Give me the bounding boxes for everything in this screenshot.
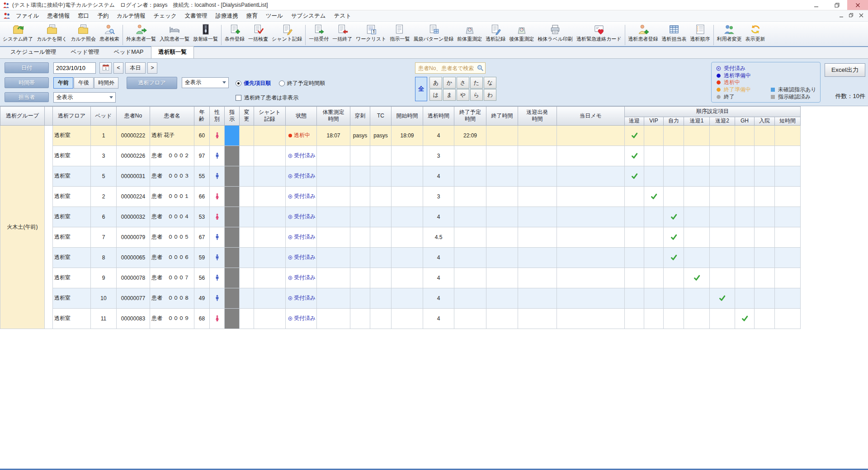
toolbar-button-open-chart[interactable]: カルテを開く	[35, 23, 69, 43]
table-row[interactable]: 透析室700000079患者 ０００５67受付済み4.5	[0, 227, 801, 247]
prev-day-button[interactable]: <	[113, 62, 123, 74]
menu-item-8[interactable]: 療育	[242, 11, 262, 21]
label-print-icon	[549, 24, 561, 35]
table-row[interactable]: 透析室200000224患者 ０００１66受付済み3	[0, 186, 801, 207]
menu-item-3[interactable]: 予約	[93, 11, 113, 21]
toolbar-button-batch-accept[interactable]: 一括受付	[307, 23, 330, 43]
timeband-overtime-button[interactable]: 時間外	[94, 77, 118, 89]
kana-key-あ[interactable]: あ	[429, 77, 442, 89]
today-button[interactable]: 本日	[125, 62, 146, 74]
toolbar-button-label-print[interactable]: 検体ラベル印刷	[536, 23, 575, 43]
menu-item-5[interactable]: チェック	[150, 11, 181, 21]
menu-item-4[interactable]: カルテ情報	[113, 11, 149, 21]
menu-item-2[interactable]: 窓口	[74, 11, 93, 21]
mdi-minimize-icon[interactable]	[839, 13, 844, 19]
menu-item-0[interactable]: ファイル	[12, 11, 43, 21]
toolbar-button-worklist[interactable]: ワークリスト	[354, 23, 388, 43]
menu-item-1[interactable]: 患者情報	[43, 11, 74, 21]
table-row[interactable]: 透析室1100000083患者 ０００９68受付済み4	[0, 308, 801, 329]
floor-select[interactable]: 全表示	[182, 77, 229, 88]
tab-1[interactable]: ベッド管理	[64, 47, 106, 58]
toolbar-button-inpatient-list[interactable]: 入院患者一覧	[158, 23, 191, 43]
toolbar-button-pattern-register[interactable]: 風袋パターン登録	[411, 23, 455, 43]
kana-key-た[interactable]: た	[470, 77, 483, 89]
sort-endtime-radio[interactable]: 終了予定時間順	[279, 80, 325, 87]
cell-memo	[557, 247, 625, 268]
timeband-morning-button[interactable]: 午前	[53, 77, 73, 89]
cell-patient-name: 患者 ０００４	[150, 207, 194, 227]
toolbar-button-emergency-card[interactable]: 透析緊急連絡カード	[575, 23, 623, 43]
patient-search-input[interactable]	[415, 62, 486, 74]
toolbar-button-batch-exam[interactable]: 一括検査	[246, 23, 270, 43]
next-day-button[interactable]: >	[147, 62, 157, 74]
toolbar-button-shunt-record[interactable]: シャント記録	[270, 23, 304, 43]
timeband-afternoon-button[interactable]: 午後	[74, 77, 94, 89]
cell-order-自力	[664, 308, 684, 329]
kana-key-さ[interactable]: さ	[457, 77, 469, 89]
maximize-icon[interactable]	[826, 0, 847, 10]
toolbar-button-chart-inquiry[interactable]: カルテ照会	[69, 23, 98, 43]
minimize-icon[interactable]	[806, 0, 826, 10]
cell-order-VIP	[644, 268, 664, 288]
menu-item-7[interactable]: 診療連携	[212, 11, 242, 21]
toolbar-button-condition-register[interactable]: 条件登録	[223, 23, 246, 43]
tab-0[interactable]: スケジュール管理	[4, 47, 63, 58]
toolbar-button-label: 条件登録	[225, 36, 245, 42]
sort-priority-radio[interactable]: 優先項目順	[236, 80, 271, 87]
cell-puncture	[350, 227, 370, 247]
mdi-restore-icon[interactable]	[849, 13, 854, 19]
cell-planned-end	[454, 166, 486, 186]
toolbar-button-dialysis-record[interactable]: 透析記録	[484, 23, 507, 43]
toolbar-button-patient-search[interactable]: 患者検索	[98, 23, 121, 43]
toolbar-button-user-change[interactable]: 利用者変更	[715, 23, 744, 43]
toolbar-button-post-weight[interactable]: 後体重測定	[507, 23, 536, 43]
cell-order-自力	[664, 268, 684, 288]
excel-export-button[interactable]: Excel出力	[825, 63, 865, 77]
toolbar-button-staff-table[interactable]: 透析担当表	[660, 23, 689, 43]
table-row[interactable]: 透析室300000226患者 ０００２97受付済み3	[0, 146, 801, 166]
toolbar-button-batch-finish[interactable]: 一括終了	[330, 23, 354, 43]
toolbar-button-dialysis-order[interactable]: 透析順序	[689, 23, 712, 43]
toolbar-button-pre-weight[interactable]: 前体重測定	[455, 23, 484, 43]
cell-floor: 透析室	[53, 125, 91, 146]
kana-key-な[interactable]: な	[484, 77, 496, 89]
menu-item-10[interactable]: サブシステム	[287, 11, 330, 21]
kana-all-button[interactable]: 全	[415, 77, 427, 101]
kana-key-は[interactable]: は	[429, 89, 442, 101]
toolbar-button-outpatient-list[interactable]: 外来患者一覧	[124, 23, 158, 43]
table-row[interactable]: 透析室500000031患者 ０００３55受付済み4	[0, 166, 801, 186]
kana-key-ま[interactable]: ま	[443, 89, 456, 101]
tab-2[interactable]: ベッドMAP	[107, 47, 150, 58]
cell-age: 49	[194, 288, 210, 308]
kana-key-わ[interactable]: わ	[484, 89, 496, 101]
menu-item-11[interactable]: テスト	[330, 11, 355, 21]
cell-floor: 透析室	[53, 146, 91, 166]
cell-floor: 透析室	[53, 308, 91, 329]
date-input[interactable]	[53, 62, 96, 74]
toolbar-button-radiology-list[interactable]: 放射線一覧	[191, 23, 220, 43]
toolbar-button-system-exit[interactable]: システム終了	[1, 23, 35, 43]
menu-item-9[interactable]: ツール	[262, 11, 287, 21]
toolbar-button-instruction-list[interactable]: 指示一覧	[388, 23, 411, 43]
table-row[interactable]: 火木土(午前)透析室100000222透析 花子60透析中18:07pasysp…	[0, 125, 801, 146]
cell-weight-time	[317, 227, 350, 247]
table-row[interactable]: 透析室600000032患者 ０００４53受付済み4	[0, 207, 801, 227]
kana-key-や[interactable]: や	[457, 89, 469, 101]
table-row[interactable]: 透析室800000065患者 ０００６59受付済み4	[0, 247, 801, 268]
table-row[interactable]: 透析室900000078患者 ０００７56受付済み4	[0, 268, 801, 288]
close-icon[interactable]	[847, 0, 868, 10]
staff-select[interactable]: 全表示	[53, 92, 116, 103]
mdi-close-icon[interactable]	[859, 13, 863, 19]
kana-key-か[interactable]: か	[443, 77, 456, 89]
menu-item-6[interactable]: 文書管理	[181, 11, 212, 21]
table-row[interactable]: 透析室1000000077患者 ０００８49受付済み4	[0, 288, 801, 308]
toolbar-button-refresh[interactable]: 表示更新	[744, 23, 767, 43]
tab-3[interactable]: 透析順一覧	[151, 46, 194, 58]
cell-order-自力	[664, 247, 684, 268]
kana-key-ら[interactable]: ら	[470, 89, 483, 101]
legend-label: 受付済み	[724, 65, 745, 72]
hide-finished-checkbox[interactable]: 透析終了患者は非表示	[236, 94, 298, 102]
column-header-16: 透析時間	[423, 107, 454, 126]
calendar-icon[interactable]: 1	[99, 62, 112, 74]
toolbar-button-patient-register[interactable]: 透析患者登録	[627, 23, 660, 43]
